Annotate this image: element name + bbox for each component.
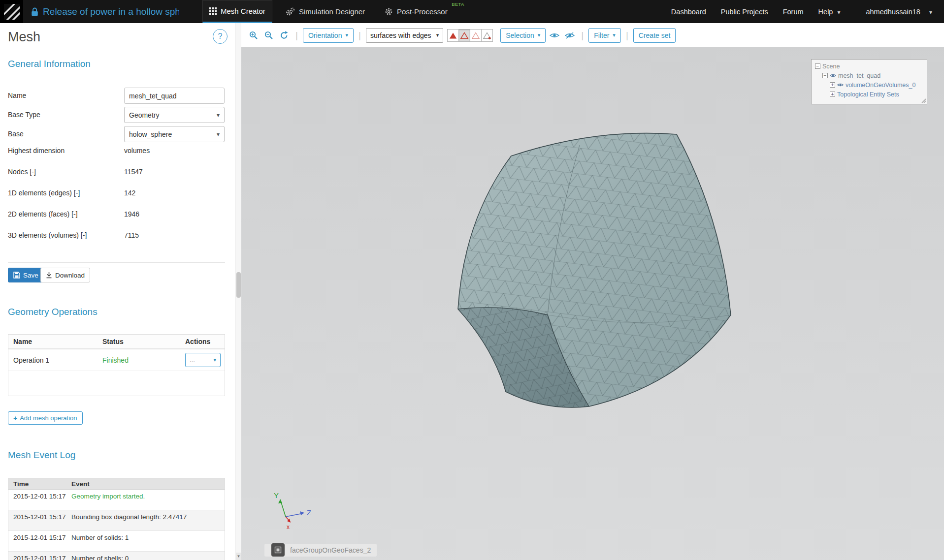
expand-icon[interactable]: + bbox=[830, 92, 835, 97]
tree-item-scene[interactable]: − Scene bbox=[812, 62, 927, 71]
log-row: 2015-12-01 15:17 Geometry import started… bbox=[8, 490, 225, 510]
viewport: | Orientation ▾ | surfaces with edges ▾ bbox=[241, 23, 944, 560]
log-time: 2015-12-01 15:17 bbox=[8, 531, 66, 551]
face-group-icon[interactable] bbox=[271, 543, 285, 557]
collapse-icon[interactable]: − bbox=[822, 73, 828, 78]
name-input[interactable] bbox=[124, 88, 225, 104]
show-nodes-button[interactable] bbox=[481, 29, 493, 42]
eye-icon bbox=[550, 32, 559, 39]
chevron-down-icon: ▾ bbox=[345, 32, 348, 38]
beta-badge: BETA bbox=[452, 1, 464, 7]
eye-slash-icon bbox=[565, 32, 575, 39]
nav-link-forum[interactable]: Forum bbox=[783, 8, 804, 16]
highest-dimension-value: volumes bbox=[124, 147, 150, 155]
section-geometry-operations: Geometry Operations bbox=[8, 307, 98, 317]
3d-canvas[interactable]: − Scene − mesh_tet_quad + bbox=[241, 47, 944, 560]
mesh-event-log-table: Time Event 2015-12-01 15:17 Geometry imp… bbox=[8, 478, 225, 560]
tab-post-processor[interactable]: Post-Processor BETA bbox=[378, 0, 464, 23]
collapse-icon[interactable]: − bbox=[815, 63, 820, 69]
table-header: Time Event bbox=[8, 478, 225, 490]
tab-label: Mesh Creator bbox=[221, 7, 265, 15]
scrollbar-thumb[interactable] bbox=[236, 272, 241, 298]
triangle-light-icon bbox=[471, 31, 480, 39]
project-title[interactable]: Release of power in a hollow spher... bbox=[43, 6, 179, 17]
navbar-links: Dashboard Public Projects Forum Help ▾ a… bbox=[671, 0, 944, 23]
add-mesh-operation-button[interactable]: + Add mesh operation bbox=[8, 411, 83, 425]
column-event: Event bbox=[66, 480, 225, 488]
download-icon bbox=[46, 272, 52, 279]
scrollbar-down-button[interactable]: ▼ bbox=[236, 553, 241, 560]
chevron-down-icon: ▾ bbox=[538, 32, 541, 38]
log-event: Bounding box diagonal length: 2.47417 bbox=[66, 510, 225, 530]
gear-icon bbox=[385, 7, 393, 16]
nav-link-dashboard[interactable]: Dashboard bbox=[671, 8, 706, 16]
logo-icon bbox=[4, 4, 20, 20]
download-button[interactable]: Download bbox=[40, 268, 90, 282]
triangle-node-icon bbox=[483, 31, 491, 39]
tab-mesh-creator[interactable]: Mesh Creator bbox=[202, 0, 272, 23]
page-title: Mesh bbox=[8, 30, 40, 45]
section-general-information: General Information bbox=[8, 59, 91, 69]
triangle-solid-icon bbox=[449, 31, 457, 39]
tree-item-mesh[interactable]: − mesh_tet_quad bbox=[812, 71, 927, 80]
log-row: 2015-12-01 15:17 Number of shells: 0 bbox=[8, 552, 225, 560]
toolbar-separator: | bbox=[626, 30, 628, 41]
show-surface-elements-button[interactable] bbox=[470, 29, 482, 42]
reset-view-button[interactable] bbox=[278, 29, 291, 42]
zoom-box-button[interactable] bbox=[262, 29, 275, 42]
base-label: Base bbox=[8, 130, 24, 138]
render-mode-select[interactable]: surfaces with edges ▾ bbox=[366, 28, 443, 43]
show-solid-elements-button[interactable] bbox=[447, 29, 459, 42]
status-badge: Finished bbox=[98, 356, 180, 364]
operation-actions-select[interactable]: ... ▾ bbox=[185, 353, 221, 367]
column-time: Time bbox=[8, 480, 66, 488]
chevron-down-icon: ▾ bbox=[217, 112, 220, 119]
chevron-down-icon: ▾ bbox=[837, 9, 840, 16]
operation-name[interactable]: Operation 1 bbox=[8, 356, 98, 364]
log-event: Geometry import started. bbox=[66, 490, 225, 510]
filter-dropdown[interactable]: Filter ▾ bbox=[588, 28, 621, 43]
name-label: Name bbox=[8, 92, 26, 99]
user-menu[interactable]: ahmedhussain18 ▾ bbox=[866, 8, 932, 16]
plus-icon: + bbox=[13, 414, 17, 422]
save-button[interactable]: Save bbox=[8, 268, 44, 282]
viewport-toolbar: | Orientation ▾ | surfaces with edges ▾ bbox=[241, 23, 944, 47]
nav-menu-help[interactable]: Help ▾ bbox=[818, 8, 841, 16]
orientation-dropdown[interactable]: Orientation ▾ bbox=[303, 28, 354, 43]
expand-icon[interactable]: + bbox=[830, 82, 835, 88]
log-time: 2015-12-01 15:17 bbox=[8, 552, 66, 560]
tab-simulation-designer[interactable]: Simulation Designer bbox=[279, 0, 371, 23]
column-name: Name bbox=[8, 338, 98, 345]
tree-item-topological-sets[interactable]: + Topological Entity Sets bbox=[812, 90, 927, 99]
create-set-button[interactable]: Create set bbox=[633, 28, 676, 43]
elements-1d-label: 1D elements (edges) [-] bbox=[8, 189, 80, 197]
show-wire-elements-button[interactable] bbox=[458, 29, 470, 42]
elements-1d-value: 142 bbox=[124, 189, 135, 197]
lock-icon bbox=[31, 6, 38, 17]
base-type-label: Base Type bbox=[8, 111, 40, 119]
mesh-quality-toggle-group bbox=[448, 29, 493, 42]
base-select[interactable]: holow_sphere ▾ bbox=[124, 126, 225, 142]
toolbar-separator: | bbox=[581, 30, 584, 41]
toolbar-separator: | bbox=[295, 30, 298, 41]
panel-scrollbar[interactable]: ▼ bbox=[235, 23, 241, 560]
geometry-operations-table: Name Status Actions Operation 1 Finished… bbox=[8, 334, 225, 396]
show-selection-button[interactable] bbox=[548, 29, 561, 42]
help-button[interactable]: ? bbox=[213, 29, 228, 44]
base-type-select[interactable]: Geometry ▾ bbox=[124, 107, 225, 123]
eye-icon[interactable] bbox=[837, 83, 844, 87]
selection-dropdown[interactable]: Selection ▾ bbox=[500, 28, 546, 43]
hollow-sphere-mesh[interactable] bbox=[241, 47, 944, 560]
eye-icon[interactable] bbox=[830, 73, 836, 78]
mode-tabs: Mesh Creator Simulation Designer Post-Pr… bbox=[202, 0, 464, 23]
app-logo[interactable] bbox=[0, 0, 23, 23]
hide-selection-button[interactable] bbox=[563, 29, 576, 42]
elements-2d-label: 2D elements (faces) [-] bbox=[8, 210, 78, 218]
log-time: 2015-12-01 15:17 bbox=[8, 510, 66, 530]
mesh-settings-panel: Mesh ? General Information Name Base Typ… bbox=[0, 23, 241, 560]
chevron-down-icon: ▾ bbox=[929, 9, 932, 16]
resize-handle-icon[interactable] bbox=[921, 98, 926, 103]
nav-link-public-projects[interactable]: Public Projects bbox=[721, 8, 768, 16]
tree-item-volume[interactable]: + volumeOnGeoVolumes_0 bbox=[812, 80, 927, 90]
zoom-fit-button[interactable] bbox=[247, 29, 260, 42]
